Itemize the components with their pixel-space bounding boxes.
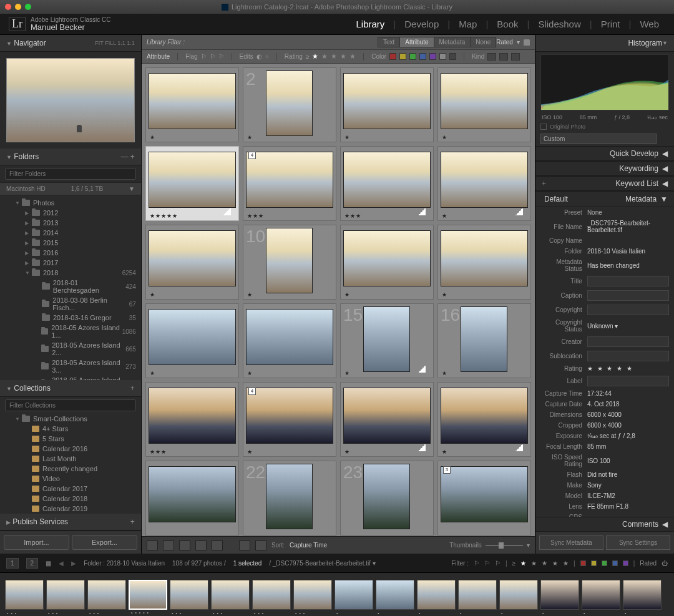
traffic-lights[interactable]	[5, 4, 31, 10]
folder-2013[interactable]: ▶2013	[0, 218, 141, 228]
screen-1[interactable]: 1	[6, 558, 19, 569]
module-slideshow[interactable]: Slideshow	[532, 19, 587, 29]
lock-icon[interactable]	[524, 39, 530, 46]
grid-cell-14[interactable]: 14★	[243, 303, 336, 378]
collection-calendar-2019[interactable]: Calendar 2019	[0, 504, 141, 514]
view-grid-small-icon[interactable]: ▦	[46, 560, 51, 567]
collection-4-stars[interactable]: 4+ Stars	[0, 424, 141, 434]
kind-master[interactable]	[487, 53, 496, 61]
keywording-header[interactable]: Keywording◀	[535, 161, 674, 176]
module-print[interactable]: Print	[595, 19, 627, 29]
metadata-set-dropdown[interactable]: Default	[542, 194, 579, 204]
filmstrip-thumb-7[interactable]: • • •	[252, 580, 291, 610]
grid-cell-22[interactable]: 22	[243, 461, 336, 535]
filmstrip-thumb-9[interactable]: •	[335, 580, 373, 610]
flag-filter-icon[interactable]: ⚐	[474, 560, 479, 567]
filmstrip-thumb-15[interactable]: •	[582, 580, 620, 610]
rating-star-5[interactable]: ★	[349, 52, 356, 61]
folder-2017[interactable]: ▶2017	[0, 258, 141, 268]
rating-star-2[interactable]: ★	[321, 52, 328, 61]
filmstrip-thumb-8[interactable]: • • •	[293, 580, 332, 610]
thumbnail-size-slider[interactable]	[486, 545, 523, 546]
edits-yes-icon[interactable]: ◐	[256, 53, 262, 60]
grid-cell-2[interactable]: 2★	[243, 67, 336, 142]
grid-cell-23[interactable]: 23	[340, 461, 434, 535]
grid-cell-11[interactable]: 11★	[340, 225, 434, 300]
flag-pick-icon[interactable]: ⚐	[201, 53, 207, 60]
folder-2016[interactable]: ▶2016	[0, 248, 141, 258]
navigator-zoom-options[interactable]: FIT FILL 1:1 1:1	[95, 40, 135, 46]
grid-cell-6[interactable]: 6★★★4	[243, 146, 336, 221]
rating-star-1[interactable]: ★	[312, 52, 318, 61]
collections-filter-input[interactable]	[5, 399, 136, 411]
navigator-preview[interactable]	[0, 52, 141, 149]
folder-2018-05-azores-island-2-[interactable]: 2018-05 Azores Island 2...665	[0, 340, 141, 358]
nav-fwd-icon[interactable]: ▶	[71, 560, 76, 567]
breadcrumb[interactable]: Folder : 2018-10 Vasia Italien	[84, 560, 165, 567]
grid-cell-17[interactable]: 17★★★	[145, 382, 239, 457]
view-grid-icon[interactable]	[147, 540, 158, 550]
module-map[interactable]: Map	[452, 19, 483, 29]
grid-cell-5[interactable]: 5★★★★★	[145, 146, 239, 221]
collections-header[interactable]: ▼ Collections +	[0, 380, 141, 397]
original-photo-checkbox[interactable]	[540, 124, 547, 130]
collection-recently-changed[interactable]: Recently changed	[0, 464, 141, 474]
filmstrip-thumb-13[interactable]: •	[499, 580, 538, 610]
folder-2018-03-08-berlin-fisch-[interactable]: 2018-03-08 Berlin Fisch...67	[0, 295, 141, 313]
color-red[interactable]	[389, 53, 396, 60]
folder-2015[interactable]: ▶2015	[0, 238, 141, 248]
collection-video[interactable]: Video	[0, 474, 141, 484]
grid-cell-18[interactable]: 18★4	[243, 382, 336, 457]
filter-preset-dropdown[interactable]: Rated	[496, 39, 513, 46]
filmstrip-thumb-1[interactable]: • • •	[5, 580, 44, 610]
grid-cell-20[interactable]: 20★	[437, 382, 531, 457]
view-survey-icon[interactable]	[195, 540, 207, 550]
filmstrip-thumb-10[interactable]: •	[376, 580, 414, 610]
kind-virtual[interactable]	[499, 53, 508, 61]
grid-view[interactable]: 1★2★3★4★5★★★★★6★★★47★★★8★9★10★11★12★13★1…	[142, 64, 535, 536]
sync-settings-button[interactable]: Sync Settings	[606, 535, 670, 550]
collection-calendar-2018[interactable]: Calendar 2018	[0, 494, 141, 504]
export-button[interactable]: Export...	[72, 535, 137, 550]
collection-5-stars[interactable]: 5 Stars	[0, 434, 141, 444]
volume-info[interactable]: Macintosh HD 1,6 / 5,1 TB ▼	[0, 182, 141, 195]
rating-star-4[interactable]: ★	[340, 52, 346, 61]
status-filter-preset[interactable]: Rated	[640, 560, 657, 567]
grid-cell-19[interactable]: 19★	[340, 382, 434, 457]
filmstrip-thumb-14[interactable]: •	[540, 580, 579, 610]
filmstrip-thumb-16[interactable]: •	[623, 580, 662, 610]
import-button[interactable]: Import...	[4, 535, 69, 550]
folders-header[interactable]: ▼ Folders — +	[0, 149, 141, 165]
grid-cell-7[interactable]: 7★★★	[340, 146, 434, 221]
color-custom[interactable]	[449, 53, 456, 60]
color-purple[interactable]	[429, 53, 436, 60]
grid-cell-9[interactable]: 9★	[145, 225, 239, 300]
comments-header[interactable]: Comments◀	[535, 517, 674, 532]
current-file[interactable]: / _DSC7975-Bearbeitet-Bearbeitet.tif ▾	[269, 560, 376, 567]
color-blue[interactable]	[419, 53, 426, 60]
filter-switch-icon[interactable]: ⏻	[662, 560, 668, 567]
navigator-header[interactable]: ▼ Navigator FIT FILL 1:1 1:1	[0, 35, 141, 52]
minimize-icon[interactable]	[15, 4, 21, 10]
grid-cell-10[interactable]: 10★	[243, 225, 336, 300]
screen-2[interactable]: 2	[26, 558, 39, 569]
edits-no-icon[interactable]: ○	[265, 53, 269, 60]
grid-cell-12[interactable]: 12★	[437, 225, 531, 300]
grid-cell-8[interactable]: 8★	[437, 146, 531, 221]
view-compare-icon[interactable]	[179, 540, 190, 550]
color-none[interactable]	[439, 53, 446, 60]
view-loupe-icon[interactable]	[163, 540, 174, 550]
keywordlist-header[interactable]: +Keyword List◀	[535, 176, 674, 191]
view-people-icon[interactable]	[212, 540, 223, 550]
grid-cell-21[interactable]: 21	[145, 461, 239, 535]
folder-2014[interactable]: ▶2014	[0, 228, 141, 238]
grid-cell-3[interactable]: 3★	[340, 67, 434, 142]
module-develop[interactable]: Develop	[398, 19, 445, 29]
filmstrip-thumb-5[interactable]: • • •	[170, 580, 208, 610]
grid-cell-1[interactable]: 1★	[145, 67, 239, 142]
rating-operator[interactable]: ≥	[306, 53, 310, 60]
kind-video[interactable]	[511, 53, 520, 61]
module-book[interactable]: Book	[491, 19, 524, 29]
sync-metadata-button[interactable]: Sync Metadata	[539, 535, 603, 550]
painter-icon[interactable]	[239, 540, 250, 550]
